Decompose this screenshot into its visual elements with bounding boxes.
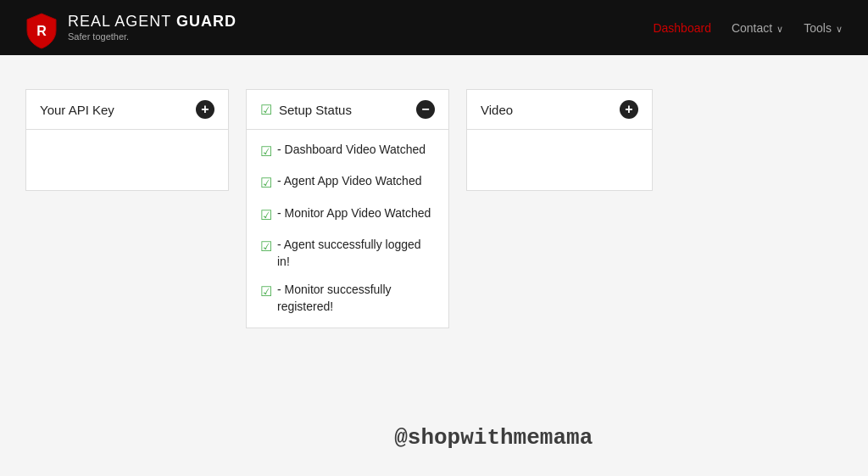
setup-status-widget: ☑ Setup Status − ☑ - Dashboard Video Wat… bbox=[246, 89, 449, 328]
setup-item-5-check: ☑ bbox=[260, 283, 272, 301]
logo-normal: REAL AGENT bbox=[68, 13, 176, 30]
setup-item-3: ☑ - Monitor App Video Watched bbox=[260, 205, 435, 225]
setup-item-1-label: - Dashboard Video Watched bbox=[277, 142, 426, 159]
setup-check-icon: ☑ bbox=[260, 102, 272, 118]
setup-status-body: ☑ - Dashboard Video Watched ☑ - Agent Ap… bbox=[247, 130, 448, 328]
setup-item-4-label: - Agent successfully logged in! bbox=[277, 237, 435, 270]
nav-tools[interactable]: Tools ∨ bbox=[804, 21, 843, 35]
api-key-title: Your API Key bbox=[40, 103, 114, 117]
setup-status-title: ☑ Setup Status bbox=[260, 102, 352, 118]
setup-item-1-check: ☑ bbox=[260, 143, 272, 161]
setup-item-1: ☑ - Dashboard Video Watched bbox=[260, 142, 435, 161]
logo-area: R REAL AGENT GUARD Safer together. bbox=[25, 12, 236, 44]
setup-item-2-check: ☑ bbox=[260, 174, 272, 193]
logo-tagline: Safer together. bbox=[68, 31, 236, 42]
setup-item-3-label: - Monitor App Video Watched bbox=[277, 205, 431, 222]
setup-status-header: ☑ Setup Status − bbox=[247, 90, 448, 130]
video-expand-button[interactable]: + bbox=[620, 100, 638, 119]
logo-text: REAL AGENT GUARD Safer together. bbox=[68, 13, 236, 42]
main-nav: Dashboard Contact ∨ Tools ∨ bbox=[653, 21, 843, 35]
tools-caret: ∨ bbox=[833, 24, 843, 34]
api-key-widget: Your API Key + bbox=[25, 89, 229, 191]
api-key-header: Your API Key + bbox=[26, 90, 228, 130]
video-widget: Video + bbox=[466, 89, 653, 191]
setup-item-4: ☑ - Agent successfully logged in! bbox=[260, 237, 435, 270]
setup-item-5-label: - Monitor successfully registered! bbox=[277, 282, 435, 315]
video-title: Video bbox=[481, 103, 513, 117]
setup-status-collapse-button[interactable]: − bbox=[416, 100, 435, 119]
nav-contact[interactable]: Contact ∨ bbox=[732, 21, 783, 35]
setup-item-2-label: - Agent App Video Watched bbox=[277, 173, 421, 190]
video-header: Video + bbox=[467, 90, 652, 130]
svg-text:R: R bbox=[36, 24, 47, 38]
shield-icon: R bbox=[25, 12, 58, 44]
api-key-expand-button[interactable]: + bbox=[196, 100, 214, 119]
setup-item-2: ☑ - Agent App Video Watched bbox=[260, 173, 435, 193]
setup-item-3-check: ☑ bbox=[260, 206, 272, 225]
contact-caret: ∨ bbox=[774, 24, 783, 34]
nav-dashboard[interactable]: Dashboard bbox=[653, 21, 711, 35]
main-content: Your API Key + ☑ Setup Status − ☑ - Dash… bbox=[0, 55, 868, 354]
site-header: R REAL AGENT GUARD Safer together. Dashb… bbox=[0, 0, 868, 55]
logo-bold: GUARD bbox=[176, 13, 236, 30]
setup-item-5: ☑ - Monitor successfully registered! bbox=[260, 282, 435, 315]
setup-item-4-check: ☑ bbox=[260, 238, 272, 256]
watermark-text: @shopwithmemama bbox=[394, 425, 593, 451]
